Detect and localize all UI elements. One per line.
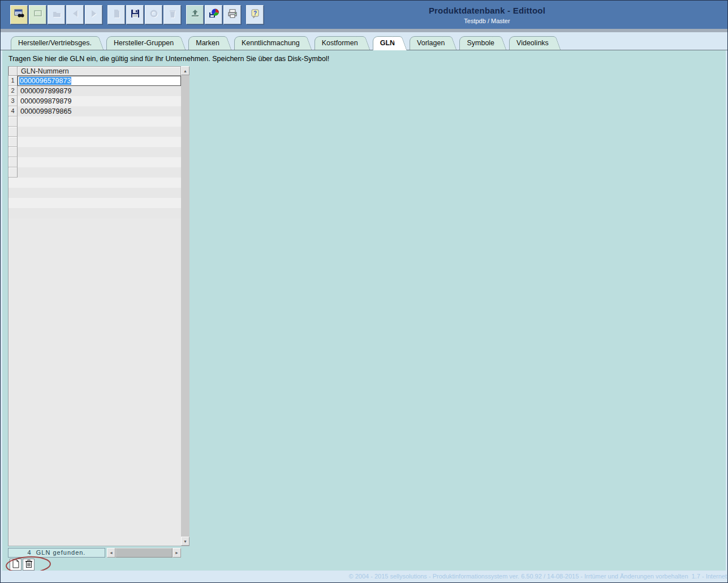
app-subtitle: Testpdb / Master <box>351 18 623 24</box>
help-icon: ? <box>249 8 261 21</box>
forward-arrow-icon <box>88 8 100 21</box>
table-corner-cell <box>8 66 18 76</box>
scroll-right-button[interactable]: ► <box>173 548 181 558</box>
new-form-icon <box>32 8 44 21</box>
gln-cell[interactable]: 0000099879879 <box>18 96 181 106</box>
tab-hersteller-gruppen[interactable]: Hersteller-Gruppen <box>106 36 179 50</box>
tab-kostformen[interactable]: Kostformen <box>315 36 363 50</box>
help-button[interactable]: ? <box>246 5 264 24</box>
back-button[interactable] <box>66 5 84 24</box>
tab-gln[interactable]: GLN <box>373 36 400 50</box>
status-row: 4 GLN gefunden. ◄ ► <box>8 548 181 558</box>
gln-cell[interactable]: 0000097899879 <box>18 86 181 96</box>
row-number[interactable]: 4 <box>8 106 18 116</box>
new-page-icon <box>11 559 20 571</box>
app-title: Produktdatenbank - Edittool <box>351 6 623 15</box>
print-button[interactable] <box>223 5 241 24</box>
row-number[interactable]: 2 <box>8 86 18 96</box>
empty-table-row[interactable] <box>8 116 181 127</box>
open-button[interactable] <box>48 5 65 24</box>
add-row-button[interactable] <box>10 559 21 571</box>
back-arrow-icon <box>70 8 81 21</box>
export-icon <box>189 8 201 21</box>
table-row[interactable]: 3 0000099879879 <box>8 96 181 106</box>
empty-table-row[interactable] <box>8 137 181 147</box>
app-window: ? Produktdatenbank - Edittool Testpdb / … <box>0 0 728 583</box>
scroll-thumb[interactable] <box>115 548 173 558</box>
instruction-text: Tragen Sie hier die GLN ein, die gültig … <box>2 50 726 63</box>
row-number[interactable]: 3 <box>8 96 18 106</box>
tab-hersteller-vertriebsges[interactable]: Hersteller/Vertriebsges. <box>11 36 97 50</box>
new-document-icon <box>111 8 122 21</box>
save-button[interactable] <box>126 5 144 24</box>
printer-icon <box>227 8 238 21</box>
scroll-left-button[interactable]: ◄ <box>107 548 115 558</box>
save-colors-button[interactable] <box>205 5 222 24</box>
table-row[interactable]: 2 0000097899879 <box>8 86 181 96</box>
export-button[interactable] <box>186 5 204 24</box>
toolbar: ? <box>10 5 265 24</box>
empty-table-row[interactable] <box>8 147 181 157</box>
open-icon <box>51 8 62 21</box>
row-number[interactable]: 1 <box>8 76 18 86</box>
vertical-scrollbar[interactable]: ▲ ▼ <box>181 66 189 546</box>
main-content: Tragen Sie hier die GLN ein, die gültig … <box>2 50 726 571</box>
table-row[interactable]: 4 0000099879865 <box>8 106 181 116</box>
scroll-down-button[interactable]: ▼ <box>181 537 189 546</box>
table-header-row: GLN-Nummern <box>8 66 181 76</box>
empty-table-row[interactable] <box>8 127 181 137</box>
title-bar: ? Produktdatenbank - Edittool Testpdb / … <box>1 1 727 29</box>
tab-symbole[interactable]: Symbole <box>459 36 499 50</box>
horizontal-scrollbar[interactable]: ◄ ► <box>107 548 181 558</box>
gln-table: GLN-Nummern 1 0000096579873 2 0000097899… <box>8 66 189 546</box>
search-window-icon <box>14 8 25 21</box>
column-header-gln[interactable]: GLN-Nummern <box>18 66 181 76</box>
search-button[interactable] <box>10 5 28 24</box>
save-icon <box>130 8 141 21</box>
empty-table-row[interactable] <box>8 157 181 167</box>
tab-videolinks[interactable]: Videolinks <box>509 36 554 50</box>
new-document-button[interactable] <box>107 5 125 24</box>
selected-text: 0000096579873 <box>19 77 71 85</box>
trash-icon <box>24 559 33 571</box>
undo-button[interactable] <box>145 5 162 24</box>
table-row[interactable]: 1 0000096579873 <box>8 76 181 86</box>
delete-button[interactable] <box>163 5 181 24</box>
scroll-up-button[interactable]: ▲ <box>181 66 189 75</box>
forward-button[interactable] <box>85 5 102 24</box>
gln-cell[interactable]: 0000099879865 <box>18 106 181 116</box>
footer-text: © 2004 - 2015 sellysolutions - Produktin… <box>1 571 727 582</box>
status-text: 4 GLN gefunden. <box>8 548 105 558</box>
tab-vorlagen[interactable]: Vorlagen <box>410 36 450 50</box>
save-colors-icon <box>208 8 219 21</box>
empty-table-row[interactable] <box>8 167 181 178</box>
trash-icon <box>167 8 178 21</box>
new-form-button[interactable] <box>29 5 46 24</box>
gln-input-active[interactable]: 0000096579873 <box>18 76 181 86</box>
table-empty-area <box>8 178 181 546</box>
tab-kenntlichmachung[interactable]: Kenntlichmachung <box>234 36 305 50</box>
delete-row-button[interactable] <box>23 559 35 571</box>
scroll-track[interactable] <box>181 75 189 537</box>
tab-marken[interactable]: Marken <box>188 36 225 50</box>
undo-icon <box>148 8 160 21</box>
svg-text:?: ? <box>253 10 256 16</box>
tab-bar: Hersteller/Vertriebsges. Hersteller-Grup… <box>1 32 727 50</box>
